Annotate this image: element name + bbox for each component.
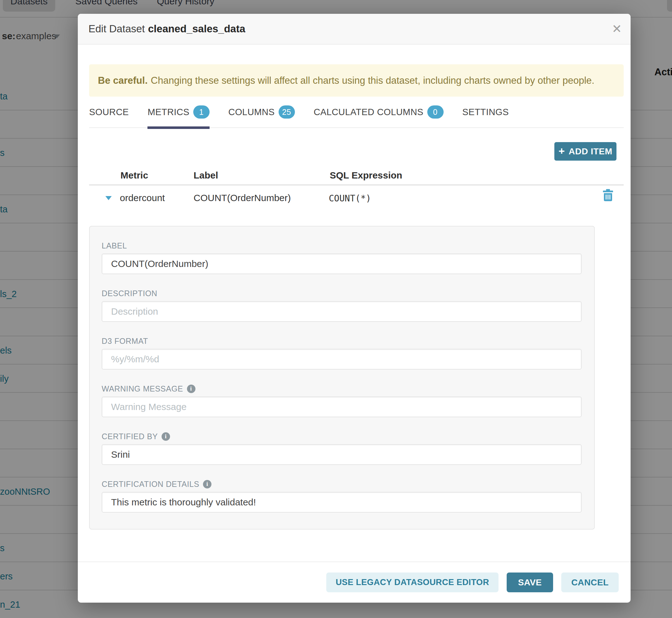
caret-down-icon[interactable] — [105, 196, 112, 200]
warning-message-field-label: WARNING MESSAGE i — [102, 383, 582, 394]
tab-settings-label: SETTINGS — [462, 107, 509, 117]
tab-source-label: SOURCE — [89, 107, 129, 117]
d3-format-input[interactable] — [102, 349, 582, 370]
tab-settings[interactable]: SETTINGS — [462, 97, 509, 127]
certified-by-input[interactable] — [102, 444, 582, 465]
tab-source[interactable]: SOURCE — [89, 97, 129, 127]
metrics-header-divider — [89, 185, 624, 185]
trash-icon[interactable] — [602, 189, 614, 201]
modal-tab-bar: SOURCE METRICS 1 COLUMNS 25 CALCULATED C… — [89, 97, 624, 128]
d3-format-field-label: D3 FORMAT — [102, 336, 582, 346]
description-field: DESCRIPTION — [102, 288, 582, 322]
tab-metrics-label: METRICS — [148, 107, 189, 117]
use-legacy-datasource-editor-button[interactable]: USE LEGACY DATASOURCE EDITOR — [326, 573, 498, 592]
description-field-label: DESCRIPTION — [102, 288, 582, 299]
warning-message-input[interactable] — [102, 397, 582, 417]
metric-name-cell: ordercount — [120, 193, 165, 203]
warning-banner-bold: Be careful. — [98, 75, 148, 86]
warning-banner-text: Changing these settings will affect all … — [151, 75, 594, 86]
metric-label-cell: COUNT(OrderNumber) — [194, 193, 291, 203]
close-icon[interactable]: ✕ — [612, 23, 622, 35]
plus-icon: + — [558, 145, 565, 156]
modal-title-dataset-name: cleaned_sales_data — [148, 23, 245, 34]
metric-sql-cell: COUNT(*) — [329, 193, 371, 204]
save-button[interactable]: SAVE — [507, 573, 553, 592]
calculated-columns-count-badge: 0 — [427, 105, 444, 119]
tab-calculated-columns[interactable]: CALCULATED COLUMNS 0 — [314, 97, 444, 127]
label-column-header: Label — [194, 170, 218, 181]
certification-details-input[interactable] — [102, 492, 582, 513]
certification-details-field: CERTIFICATION DETAILS i — [102, 479, 582, 513]
tab-calculated-columns-label: CALCULATED COLUMNS — [314, 107, 423, 117]
modal-footer: USE LEGACY DATASOURCE EDITOR SAVE CANCEL — [78, 561, 631, 603]
sql-expression-column-header: SQL Expression — [330, 170, 402, 181]
metrics-count-badge: 1 — [193, 105, 210, 119]
certification-details-field-label: CERTIFICATION DETAILS i — [102, 479, 582, 489]
cancel-button[interactable]: CANCEL — [561, 573, 619, 592]
modal-header: Edit Datasetcleaned_sales_data ✕ — [78, 14, 631, 44]
columns-count-badge: 25 — [279, 105, 295, 119]
metric-column-header: Metric — [120, 170, 148, 181]
add-item-button[interactable]: + ADD ITEM — [554, 142, 616, 161]
modal-title-prefix: Edit Dataset — [88, 23, 145, 34]
tab-metrics[interactable]: METRICS 1 — [148, 97, 209, 127]
certified-by-field-label: CERTIFIED BY i — [102, 431, 582, 442]
add-item-label: ADD ITEM — [569, 146, 612, 157]
metric-edit-panel: LABEL DESCRIPTION D3 FORMAT WARNING MESS… — [89, 226, 595, 529]
modal-title: Edit Datasetcleaned_sales_data — [88, 23, 245, 35]
warning-banner: Be careful. Changing these settings will… — [89, 64, 624, 97]
tab-columns-label: COLUMNS — [228, 107, 275, 117]
d3-format-field: D3 FORMAT — [102, 336, 582, 370]
info-icon: i — [203, 480, 211, 489]
info-icon: i — [162, 432, 170, 441]
info-icon: i — [187, 385, 195, 393]
warning-message-field: WARNING MESSAGE i — [102, 383, 582, 417]
certified-by-field: CERTIFIED BY i — [102, 431, 582, 465]
description-input[interactable] — [102, 301, 582, 322]
label-input[interactable] — [102, 253, 582, 274]
edit-dataset-modal: Edit Datasetcleaned_sales_data ✕ Be care… — [78, 14, 631, 603]
tab-columns[interactable]: COLUMNS 25 — [228, 97, 295, 127]
label-field-label: LABEL — [102, 240, 582, 251]
label-field: LABEL — [102, 240, 582, 274]
